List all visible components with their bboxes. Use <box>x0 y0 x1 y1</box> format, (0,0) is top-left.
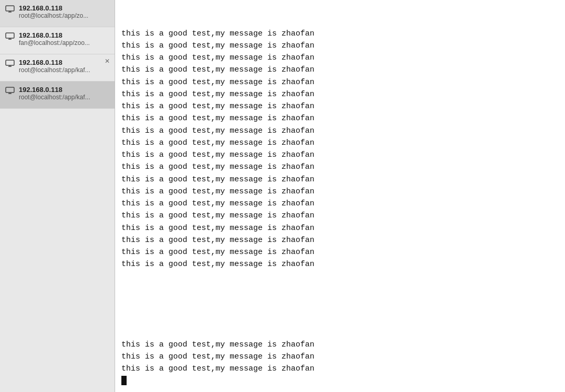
monitor-icon <box>5 60 15 70</box>
svg-rect-6 <box>6 60 14 65</box>
terminal-line: this is a good test,my message is zhaofa… <box>121 125 559 137</box>
sidebar-item-ip-4: 192.168.0.118 <box>19 86 109 94</box>
close-button-3[interactable]: ✕ <box>103 57 111 65</box>
terminal-line: this is a good test,my message is zhaofa… <box>121 339 559 351</box>
terminal-line: this is a good test,my message is zhaofa… <box>121 186 559 198</box>
sidebar-item-2[interactable]: 192.168.0.118fan@localhost:/app/zoo... <box>0 27 115 54</box>
terminal-cursor-line <box>121 375 559 387</box>
monitor-icon <box>5 87 15 97</box>
terminal-line: this is a good test,my message is zhaofa… <box>121 210 559 222</box>
terminal-output: this is a good test,my message is zhaofa… <box>121 3 559 387</box>
sidebar: 192.168.0.118root@localhost:/app/zo... 1… <box>0 0 115 392</box>
svg-rect-9 <box>6 87 14 93</box>
sidebar-item-3[interactable]: 192.168.0.118root@localhost:/app/kaf...✕ <box>0 54 115 82</box>
terminal-line: this is a good test,my message is zhaofa… <box>121 198 559 210</box>
terminal-line: this is a good test,my message is zhaofa… <box>121 28 559 40</box>
sidebar-item-ip-2: 192.168.0.118 <box>19 31 109 39</box>
sidebar-item-1[interactable]: 192.168.0.118root@localhost:/app/zo... <box>0 0 115 27</box>
monitor-icon <box>5 5 15 15</box>
sidebar-item-ip-3: 192.168.0.118 <box>19 59 109 66</box>
terminal-line: this is a good test,my message is zhaofa… <box>121 351 559 363</box>
sidebar-item-path-3: root@localhost:/app/kaf... <box>19 66 109 74</box>
sidebar-item-text-3: 192.168.0.118root@localhost:/app/kaf... <box>19 59 109 74</box>
terminal-line: this is a good test,my message is zhaofa… <box>121 149 559 161</box>
terminal-main[interactable]: this is a good test,my message is zhaofa… <box>115 0 565 392</box>
sidebar-item-text-4: 192.168.0.118root@localhost:/app/kaf... <box>19 86 109 101</box>
sidebar-item-text-2: 192.168.0.118fan@localhost:/app/zoo... <box>19 31 109 47</box>
terminal-line: this is a good test,my message is zhaofa… <box>121 52 559 64</box>
terminal-line: this is a good test,my message is zhaofa… <box>121 76 559 88</box>
terminal-line: this is a good test,my message is zhaofa… <box>121 100 559 112</box>
terminal-line: this is a good test,my message is zhaofa… <box>121 222 559 234</box>
terminal-cursor <box>121 376 127 385</box>
sidebar-item-path-1: root@localhost:/app/zo... <box>19 12 109 19</box>
svg-rect-3 <box>6 33 14 38</box>
terminal-line: this is a good test,my message is zhaofa… <box>121 112 559 124</box>
terminal-line: this is a good test,my message is zhaofa… <box>121 137 559 149</box>
sidebar-item-4[interactable]: 192.168.0.118root@localhost:/app/kaf... <box>0 82 115 109</box>
sidebar-item-text-1: 192.168.0.118root@localhost:/app/zo... <box>19 4 109 19</box>
terminal-line: this is a good test,my message is zhaofa… <box>121 161 559 173</box>
svg-rect-0 <box>6 6 14 11</box>
terminal-line: this is a good test,my message is zhaofa… <box>121 88 559 100</box>
monitor-icon <box>5 32 15 42</box>
terminal-line: this is a good test,my message is zhaofa… <box>121 258 559 270</box>
terminal-line: this is a good test,my message is zhaofa… <box>121 246 559 258</box>
terminal-gap <box>121 271 559 339</box>
terminal-line: this is a good test,my message is zhaofa… <box>121 174 559 186</box>
terminal-line: this is a good test,my message is zhaofa… <box>121 40 559 52</box>
terminal-line: this is a good test,my message is zhaofa… <box>121 64 559 76</box>
terminal-line: this is a good test,my message is zhaofa… <box>121 363 559 375</box>
sidebar-item-path-4: root@localhost:/app/kaf... <box>19 94 109 101</box>
sidebar-item-path-2: fan@localhost:/app/zoo... <box>19 39 109 47</box>
sidebar-item-ip-1: 192.168.0.118 <box>19 4 109 12</box>
terminal-line: this is a good test,my message is zhaofa… <box>121 234 559 246</box>
